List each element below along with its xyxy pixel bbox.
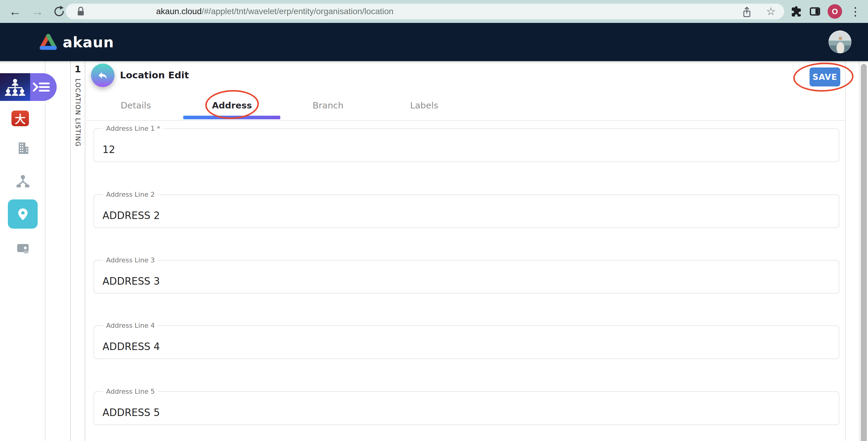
address-line-1-input[interactable]: [102, 142, 826, 157]
app-sidebar: 大: [0, 61, 45, 441]
sidebar-item-wallet[interactable]: [0, 241, 45, 255]
sitemap-icon: [16, 174, 30, 188]
rail-label: LOCATION LISTING: [74, 78, 82, 147]
building-icon: [16, 141, 30, 155]
sidebar-item-organisation-applet[interactable]: [0, 73, 30, 101]
browser-forward-icon[interactable]: →: [29, 0, 46, 23]
page-title: Location Edit: [120, 70, 189, 81]
extensions-puzzle-icon[interactable]: [790, 5, 802, 18]
user-avatar[interactable]: [829, 30, 851, 53]
location-edit-panel: Location Edit SAVE Details Address Branc…: [86, 61, 846, 441]
save-button[interactable]: SAVE: [809, 67, 840, 87]
applet-expand-button[interactable]: [30, 73, 57, 101]
org-chart-icon: [4, 78, 26, 96]
share-icon[interactable]: [741, 6, 753, 18]
sidebar-item-hierarchy[interactable]: [0, 174, 45, 188]
field-label: Address Line 3: [103, 256, 158, 264]
page-scrollbar[interactable]: [861, 64, 867, 441]
browser-chrome: ← → akaun.cloud/#/applet/tnt/wavelet/erp…: [0, 0, 868, 23]
address-line-3-input[interactable]: [102, 274, 826, 288]
tabs-divider: [86, 120, 846, 121]
url-host: akaun.cloud: [156, 7, 202, 16]
lock-icon: [75, 5, 87, 18]
back-button[interactable]: [91, 64, 115, 87]
browser-back-icon[interactable]: ←: [7, 0, 24, 23]
app-header: akaun: [0, 23, 868, 61]
right-gutter-divider: [859, 61, 860, 441]
browser-menu-icon[interactable]: ⋮: [849, 0, 861, 23]
active-tab-underline: [183, 116, 280, 119]
akaun-logo: akaun: [38, 23, 114, 61]
tab-details[interactable]: Details: [88, 90, 184, 121]
dai-glyph-icon: 大: [15, 111, 26, 126]
url-path: /#/applet/tnt/wavelet/erp/entity/organis…: [202, 7, 394, 16]
field-label: Address Line 5: [103, 388, 158, 395]
back-arrow-icon: [96, 69, 109, 82]
side-panel-icon[interactable]: [809, 5, 821, 18]
field-label: Address Line 4: [103, 322, 158, 329]
field-address-line-5: Address Line 5: [93, 391, 839, 425]
refresh-icon: [53, 5, 65, 18]
location-listing-rail-tab[interactable]: 1 LOCATION LISTING: [70, 61, 85, 441]
field-label: Address Line 2: [103, 191, 158, 198]
address-line-5-input[interactable]: [102, 405, 826, 420]
sidebar-item-red-app[interactable]: 大: [11, 111, 29, 126]
sidebar-item-location[interactable]: [8, 199, 38, 229]
field-label: Address Line 1 *: [103, 125, 163, 132]
address-line-4-input[interactable]: [102, 339, 826, 354]
tab-branch[interactable]: Branch: [280, 90, 376, 121]
address-line-2-input[interactable]: [102, 208, 826, 223]
field-address-line-1: Address Line 1 *: [93, 128, 839, 162]
expand-menu-icon: [32, 80, 51, 94]
logo-text: akaun: [63, 34, 114, 51]
location-pin-icon: [16, 207, 30, 221]
url-bar[interactable]: akaun.cloud/#/applet/tnt/wavelet/erp/ent…: [66, 4, 784, 19]
bookmark-star-icon[interactable]: ☆: [766, 4, 776, 19]
rail-count-badge: 1: [74, 64, 81, 74]
sidebar-item-entity[interactable]: [0, 141, 45, 155]
field-address-line-2: Address Line 2: [93, 194, 839, 228]
tab-labels[interactable]: Labels: [376, 90, 472, 121]
browser-profile-badge[interactable]: O: [828, 4, 842, 19]
field-address-line-4: Address Line 4: [93, 325, 839, 359]
url-text[interactable]: akaun.cloud/#/applet/tnt/wavelet/erp/ent…: [156, 4, 394, 19]
wallet-icon: [16, 241, 30, 255]
field-address-line-3: Address Line 3: [93, 260, 839, 294]
browser-refresh-icon[interactable]: [51, 0, 67, 23]
akaun-triangle-icon: [38, 33, 58, 51]
